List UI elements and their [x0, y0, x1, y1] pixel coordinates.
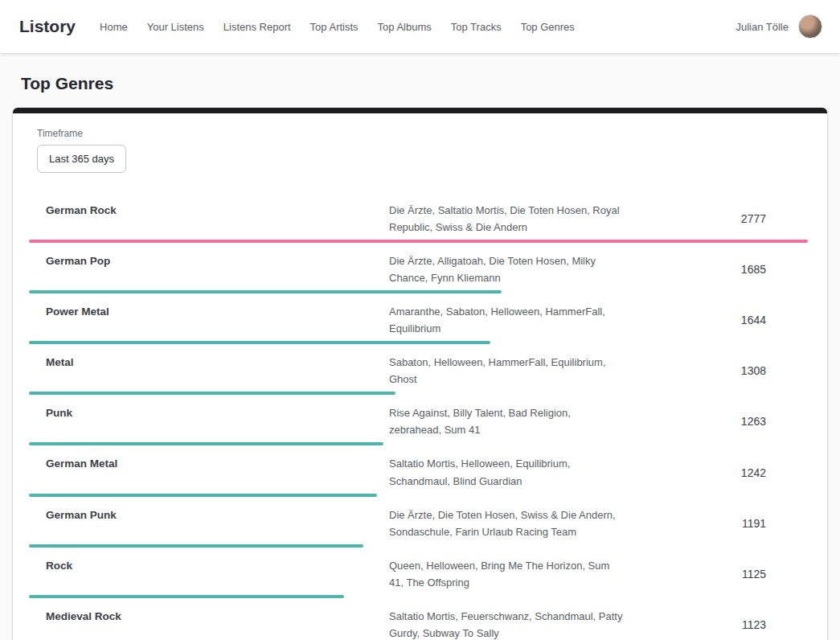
nav-item-listens-report[interactable]: Listens Report — [223, 21, 291, 33]
genre-row: Metal Sabaton, Helloween, HammerFall, Eq… — [29, 344, 808, 395]
genre-row: Medieval Rock Saltatio Mortis, Feuerschw… — [29, 598, 808, 640]
card-body: Timeframe Last 365 days German Rock Die … — [13, 113, 827, 640]
nav-item-top-genres[interactable]: Top Genres — [521, 21, 575, 33]
user-name: Julian Tölle — [736, 21, 789, 33]
app-logo[interactable]: Listory — [19, 17, 76, 36]
genre-row-content: Medieval Rock Saltatio Mortis, Feuerschw… — [29, 608, 808, 640]
genre-count: 1685 — [641, 263, 808, 276]
genre-name: German Rock — [46, 202, 371, 216]
user-avatar[interactable] — [798, 14, 822, 39]
genre-count: 1123 — [641, 618, 808, 631]
genre-name: Metal — [46, 354, 371, 368]
genre-name: German Metal — [46, 455, 371, 470]
genre-name: Punk — [46, 404, 371, 419]
genre-artists: Rise Against, Billy Talent, Bad Religion… — [389, 404, 624, 438]
genre-count: 1263 — [641, 415, 808, 428]
genre-row-content: Power Metal Amaranthe, Sabaton, Hellowee… — [29, 303, 808, 337]
page-title: Top Genres — [21, 74, 840, 93]
genre-count: 1125 — [641, 568, 808, 581]
genre-artists: Die Ärzte, Die Toten Hosen, Swiss & Die … — [389, 507, 624, 540]
genre-name: German Pop — [46, 252, 371, 267]
genre-artists: Amaranthe, Sabaton, Helloween, HammerFal… — [389, 303, 624, 337]
timeframe-label: Timeframe — [37, 128, 808, 139]
genre-count: 1644 — [641, 314, 808, 326]
genre-list: German Rock Die Ärzte, Saltatio Mortis, … — [29, 192, 808, 640]
genre-artists: Die Ärzte, Alligatoah, Die Toten Hosen, … — [389, 252, 624, 286]
genre-artists: Die Ärzte, Saltatio Mortis, Die Toten Ho… — [389, 202, 624, 236]
genre-row-content: German Rock Die Ärzte, Saltatio Mortis, … — [29, 202, 808, 236]
genre-row: Power Metal Amaranthe, Sabaton, Hellowee… — [29, 293, 808, 344]
genre-count: 2777 — [641, 212, 808, 225]
main-nav: Home Your Listens Listens Report Top Art… — [100, 21, 736, 33]
genre-artists: Saltatio Mortis, Feuerschwanz, Schandmau… — [389, 608, 624, 640]
timeframe-section: Timeframe Last 365 days — [37, 128, 808, 173]
nav-item-top-artists[interactable]: Top Artists — [310, 21, 359, 33]
top-genres-card: Timeframe Last 365 days German Rock Die … — [13, 108, 827, 640]
genre-row-content: Rock Queen, Helloween, Bring Me The Hori… — [29, 557, 808, 591]
genre-artists: Sabaton, Helloween, HammerFall, Equilibr… — [389, 354, 624, 388]
timeframe-select[interactable]: Last 365 days — [37, 145, 126, 173]
genre-name: Power Metal — [46, 303, 371, 318]
genre-count: 1242 — [641, 466, 808, 479]
genre-row: Rock Queen, Helloween, Bring Me The Hori… — [29, 548, 808, 598]
genre-row: German Punk Die Ärzte, Die Toten Hosen, … — [29, 497, 808, 548]
genre-row: German Metal Saltatio Mortis, Helloween,… — [29, 445, 808, 496]
nav-item-top-albums[interactable]: Top Albums — [378, 21, 432, 33]
genre-name: Rock — [46, 557, 371, 572]
genre-artists: Queen, Helloween, Bring Me The Horizon, … — [389, 557, 624, 591]
genre-row-content: German Metal Saltatio Mortis, Helloween,… — [29, 455, 808, 489]
genre-row: Punk Rise Against, Billy Talent, Bad Rel… — [29, 395, 808, 445]
genre-row-content: Metal Sabaton, Helloween, HammerFall, Eq… — [29, 354, 808, 388]
genre-row-content: German Punk Die Ärzte, Die Toten Hosen, … — [29, 507, 808, 540]
genre-count: 1308 — [641, 364, 808, 377]
main-content: Top Genres Timeframe Last 365 days Germa… — [0, 74, 840, 640]
card-top-strip — [13, 108, 827, 113]
genre-row-content: German Pop Die Ärzte, Alligatoah, Die To… — [29, 252, 808, 286]
genre-row-content: Punk Rise Against, Billy Talent, Bad Rel… — [29, 404, 808, 438]
nav-item-top-tracks[interactable]: Top Tracks — [451, 21, 502, 33]
genre-row: German Rock Die Ärzte, Saltatio Mortis, … — [29, 192, 808, 243]
genre-count: 1191 — [641, 517, 808, 530]
user-menu[interactable]: Julian Tölle — [736, 14, 822, 39]
genre-name: Medieval Rock — [46, 608, 371, 622]
top-navigation-bar: Listory Home Your Listens Listens Report… — [0, 0, 840, 53]
nav-item-home[interactable]: Home — [100, 21, 128, 33]
genre-name: German Punk — [46, 507, 371, 521]
genre-row: German Pop Die Ärzte, Alligatoah, Die To… — [29, 243, 808, 293]
nav-item-your-listens[interactable]: Your Listens — [147, 21, 204, 33]
genre-artists: Saltatio Mortis, Helloween, Equilibrium,… — [389, 455, 624, 489]
